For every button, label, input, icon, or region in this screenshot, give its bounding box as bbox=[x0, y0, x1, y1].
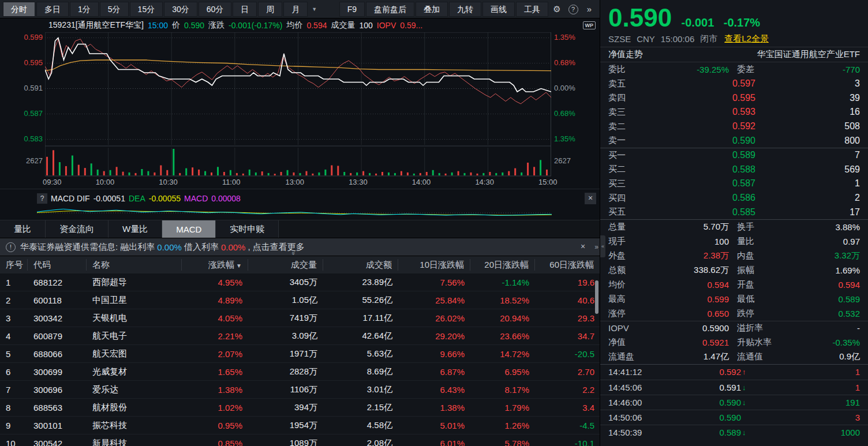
change-pct-cell: 4.05% bbox=[182, 313, 248, 323]
code-cell: 300696 bbox=[28, 385, 87, 395]
period-button-5[interactable]: 30分 bbox=[164, 2, 197, 17]
column-header-1[interactable]: 代码 bbox=[28, 259, 87, 271]
volume-bar bbox=[78, 165, 80, 175]
action-button-1[interactable]: 盘前盘后 bbox=[366, 2, 414, 17]
column-header-6[interactable]: 10日涨跌幅 bbox=[398, 259, 470, 271]
stat-value: 0.97 bbox=[789, 237, 860, 246]
nav-trend-label[interactable]: 净值走势 bbox=[608, 49, 643, 60]
action-button-5[interactable]: 工具 bbox=[516, 2, 548, 17]
stat-label: 跌停 bbox=[729, 308, 789, 319]
bid-row[interactable]: 买四0.5862 bbox=[600, 191, 868, 205]
volume-bar bbox=[369, 173, 371, 175]
ask-row[interactable]: 卖一0.590800 bbox=[600, 133, 868, 148]
bid-row[interactable]: 买三0.5871 bbox=[600, 177, 868, 191]
iopv-label: IOPV bbox=[377, 21, 396, 30]
book-price: 0.587 bbox=[649, 178, 755, 189]
bid-row[interactable]: 买一0.5897 bbox=[600, 148, 868, 163]
period-button-6[interactable]: 60分 bbox=[199, 2, 232, 17]
action-button-4[interactable]: 画线 bbox=[482, 2, 515, 17]
table-row[interactable]: 6300699光威复材1.65%2828万8.69亿6.87%6.95%2.70 bbox=[0, 363, 600, 381]
table-row[interactable]: 10300542新晨科技0.85%1089万2.08亿6.01%5.78%-10… bbox=[0, 434, 600, 446]
table-row[interactable]: 3300342天银机电4.05%7419万17.11亿26.02%20.94%2… bbox=[0, 309, 600, 327]
period-button-3[interactable]: 5分 bbox=[100, 2, 129, 17]
stat-value: 338.62万 bbox=[658, 265, 729, 276]
column-header-7[interactable]: 20日涨跌幅 bbox=[470, 259, 535, 271]
tab-0[interactable]: 量比 bbox=[0, 220, 46, 238]
column-header-5[interactable]: 成交额 bbox=[323, 259, 398, 271]
table-row[interactable]: 4600879航天电子2.21%3.09亿42.64亿29.20%23.66%3… bbox=[0, 327, 600, 345]
panel-collapse-handle[interactable]: « bbox=[600, 235, 605, 257]
intraday-chart[interactable]: 0.5990.5950.5910.5870.58326271.35%0.68%0… bbox=[0, 32, 600, 177]
action-button-2[interactable]: 叠加 bbox=[416, 2, 448, 17]
stat-label: 流通盘 bbox=[608, 351, 658, 362]
table-row[interactable]: 9300101振芯科技0.95%1954万4.58亿5.01%1.26%-4.5 bbox=[0, 417, 600, 434]
period-button-0[interactable]: 分时 bbox=[3, 2, 35, 17]
ask-row[interactable]: 卖三0.59316 bbox=[600, 105, 868, 119]
tick-row[interactable]: 14:41:120.592↑1 bbox=[600, 365, 868, 380]
stat-label: 振幅 bbox=[729, 265, 789, 276]
time-tick-label: 15:00 bbox=[538, 178, 558, 186]
tick-row[interactable]: 14:46:000.590↓191 bbox=[600, 395, 868, 410]
column-header-4[interactable]: 成交量 bbox=[248, 259, 323, 271]
macd-close-icon[interactable]: × bbox=[585, 193, 596, 204]
bid-row[interactable]: 买二0.588569 bbox=[600, 163, 868, 177]
period-button-1[interactable]: 多日 bbox=[36, 2, 69, 17]
help-icon[interactable]: ? bbox=[565, 3, 581, 14]
ask-row[interactable]: 卖二0.592508 bbox=[600, 119, 868, 134]
notice-more-link[interactable]: , 点击查看更多 bbox=[248, 242, 304, 253]
volume-bar bbox=[312, 174, 313, 175]
volume-cell: 1971万 bbox=[248, 348, 323, 359]
macd-chart[interactable] bbox=[0, 205, 600, 220]
tick-time: 14:45:06 bbox=[608, 383, 673, 392]
macd-dea-value: -0.00055 bbox=[149, 194, 181, 203]
table-row[interactable]: 1688122西部超导4.95%3405万23.89亿7.56%-1.14%19… bbox=[0, 273, 600, 291]
column-header-3[interactable]: 涨跌幅▼ bbox=[182, 259, 248, 271]
more-chevrons-icon[interactable]: » bbox=[581, 4, 597, 14]
column-header-0[interactable]: 序号 bbox=[0, 259, 28, 271]
chart-canvas[interactable] bbox=[45, 32, 551, 177]
ask-row[interactable]: 卖四0.59539 bbox=[600, 91, 868, 106]
notice-bar[interactable]: ! 华泰证券融资通供需信息: 融出利率 0.00% 借入利率 0.00% , 点… bbox=[0, 238, 600, 256]
action-button-3[interactable]: 九转 bbox=[449, 2, 481, 17]
action-button-0[interactable]: F9 bbox=[339, 2, 365, 17]
period-button-9[interactable]: 月 bbox=[283, 2, 308, 17]
settings-gear-icon[interactable]: ⚙ bbox=[549, 4, 565, 14]
column-header-2[interactable]: 名称 bbox=[87, 259, 182, 271]
column-header-8[interactable]: 60日涨跌幅 bbox=[535, 259, 600, 271]
tick-row[interactable]: 14:50:390.589↓1000 bbox=[600, 425, 868, 440]
volume-bar bbox=[375, 174, 377, 175]
period-dropdown-icon[interactable]: ▼ bbox=[308, 6, 320, 12]
wp-window-icon[interactable]: WP bbox=[583, 21, 596, 29]
tab-4[interactable]: 实时申赎 bbox=[216, 220, 279, 238]
tick-arrow-up-icon: ↑ bbox=[741, 368, 756, 376]
collapse-panel-icon[interactable]: » bbox=[290, 252, 297, 255]
tab-3[interactable]: MACD bbox=[162, 220, 216, 238]
main-area: 分时多日1分5分15分30分60分日周月 ▼ F9盘前盘后叠加九转画线工具 ⚙ … bbox=[0, 0, 600, 446]
stat-value: 3.88% bbox=[789, 222, 860, 232]
notice-close-icon[interactable]: × bbox=[578, 242, 588, 252]
l2-link[interactable]: 查看L2全景 bbox=[724, 33, 769, 44]
tick-size: 191 bbox=[756, 398, 860, 407]
period-button-2[interactable]: 1分 bbox=[70, 2, 99, 17]
tick-row[interactable]: 14:50:060.5903 bbox=[600, 410, 868, 425]
bid-row[interactable]: 买五0.58517 bbox=[600, 205, 868, 219]
rank-cell: 8 bbox=[0, 403, 28, 413]
period-button-7[interactable]: 日 bbox=[233, 2, 257, 17]
ask-row[interactable]: 卖五0.5973 bbox=[600, 77, 868, 91]
period-button-4[interactable]: 15分 bbox=[130, 2, 163, 17]
tab-2[interactable]: W量比 bbox=[108, 220, 162, 238]
table-row[interactable]: 8688563航材股份1.02%394万2.15亿1.38%1.79%3.4 bbox=[0, 399, 600, 417]
volume-bar bbox=[160, 166, 162, 176]
period-button-8[interactable]: 周 bbox=[258, 2, 282, 17]
weicha-label: 委差 bbox=[729, 64, 789, 75]
table-row[interactable]: 2600118中国卫星4.89%1.05亿55.26亿25.84%18.52%4… bbox=[0, 291, 600, 309]
table-row[interactable]: 7300696爱乐达1.38%1106万3.01亿6.43%8.17%2.2 bbox=[0, 381, 600, 399]
tab-1[interactable]: 资金流向 bbox=[46, 220, 108, 238]
table-row[interactable]: 5688066航天宏图2.07%1971万5.63亿9.66%14.72%-20… bbox=[0, 345, 600, 363]
tick-row[interactable]: 14:45:060.591↓1 bbox=[600, 380, 868, 395]
macd-help-icon[interactable]: ? bbox=[37, 193, 47, 204]
change-pct-cell: 1.38% bbox=[182, 385, 248, 395]
table-scrollbar[interactable] bbox=[595, 280, 598, 314]
notice-chevrons-icon[interactable]: » bbox=[594, 243, 598, 251]
stat-label: 净值 bbox=[608, 337, 658, 348]
